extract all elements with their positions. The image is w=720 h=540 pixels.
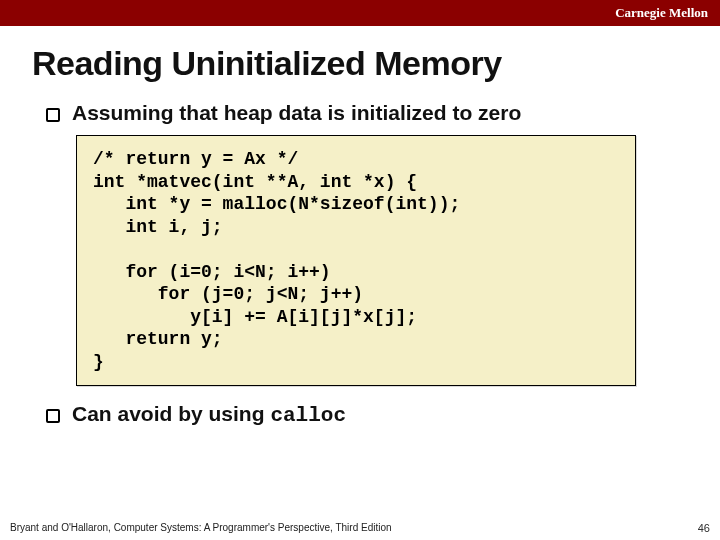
slide-footer: Bryant and O'Hallaron, Computer Systems:… (10, 522, 710, 534)
slide: Carnegie Mellon Reading Uninitialized Me… (0, 0, 720, 540)
footer-attribution: Bryant and O'Hallaron, Computer Systems:… (10, 522, 392, 534)
inline-code: calloc (270, 404, 346, 427)
bullet-marker-icon (46, 409, 60, 423)
bullet-text-prefix: Can avoid by using (72, 402, 270, 425)
bullet-item: Can avoid by using calloc (46, 402, 688, 427)
slide-body: Assuming that heap data is initialized t… (0, 93, 720, 540)
slide-title: Reading Uninitialized Memory (0, 26, 720, 93)
bullet-item: Assuming that heap data is initialized t… (46, 101, 688, 125)
page-number: 46 (698, 522, 710, 534)
bullet-text: Assuming that heap data is initialized t… (72, 101, 521, 125)
bullet-text: Can avoid by using calloc (72, 402, 346, 427)
brand-label: Carnegie Mellon (615, 5, 708, 21)
bullet-marker-icon (46, 108, 60, 122)
code-content: /* return y = Ax */ int *matvec(int **A,… (93, 148, 619, 373)
code-block: /* return y = Ax */ int *matvec(int **A,… (76, 135, 636, 386)
header-bar: Carnegie Mellon (0, 0, 720, 26)
